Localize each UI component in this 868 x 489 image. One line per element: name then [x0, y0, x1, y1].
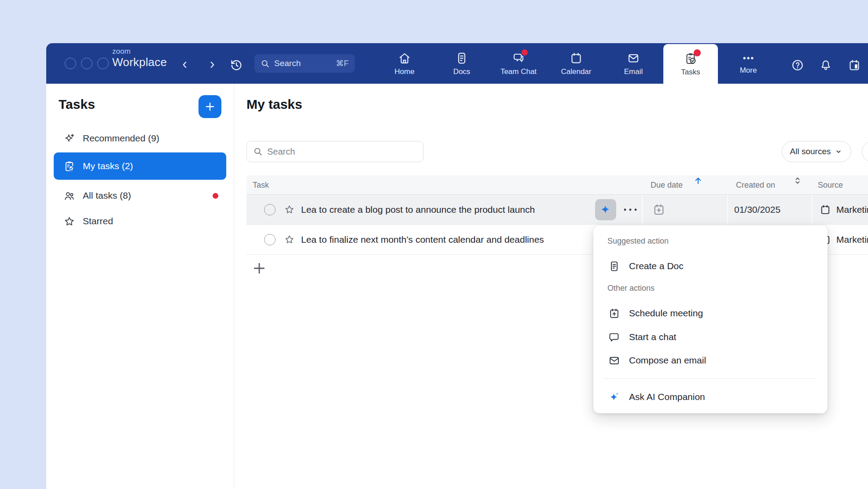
ai-sparkle-icon [608, 391, 620, 403]
doc-icon [608, 260, 620, 272]
calendar-icon [820, 204, 831, 215]
logo-zoom-text: zoom [112, 47, 167, 56]
menu-item-label: Schedule meeting [629, 308, 703, 319]
sparkle-icon [63, 133, 75, 144]
tab-label: Docs [453, 68, 471, 75]
window-controls [65, 58, 109, 69]
calendar-plus-icon [608, 307, 620, 319]
tab-email[interactable]: Email [608, 43, 659, 84]
sidebar-item-label: My tasks (2) [83, 161, 133, 171]
sidebar-item-all-tasks[interactable]: All tasks (8) [54, 185, 226, 206]
team-chat-icon [512, 52, 525, 65]
envelope-icon [608, 355, 620, 367]
tab-label: Team Chat [500, 68, 537, 75]
sort-both-icon[interactable] [792, 175, 803, 186]
zoom-workplace-logo: zoom Workplace [112, 47, 167, 69]
history-icon [230, 59, 243, 72]
page-title: My tasks [246, 97, 302, 112]
chevron-right-icon [207, 60, 217, 70]
search-icon [253, 147, 263, 156]
tasks-sidebar: Tasks Recommended (9) My tas [46, 84, 234, 489]
task-complete-checkbox[interactable] [264, 204, 276, 215]
chat-bubble-icon [608, 331, 620, 343]
sidebar-item-starred[interactable]: Starred [54, 211, 226, 232]
add-task-button[interactable] [199, 95, 221, 118]
menu-item-create-a-doc[interactable]: Create a Doc [593, 254, 828, 278]
tab-home[interactable]: Home [379, 43, 430, 84]
notification-dot [522, 49, 528, 56]
source-value: Marketing [836, 195, 868, 225]
menu-item-compose-an-email[interactable]: Compose an email [593, 348, 828, 373]
source-filter-dropdown[interactable]: All sources [782, 141, 851, 162]
row-more-actions-button[interactable] [621, 204, 640, 215]
source-filter-value: All sources [790, 147, 831, 156]
task-row[interactable]: Lea to create a blog post to announce th… [246, 195, 868, 225]
logo-workplace-text: Workplace [112, 56, 167, 69]
more-label: More [740, 67, 757, 74]
tab-team-chat[interactable]: Team Chat [493, 43, 544, 84]
menu-item-label: Compose an email [629, 355, 706, 366]
more-icon [742, 53, 755, 63]
sidebar-item-recommended[interactable]: Recommended (9) [54, 128, 226, 149]
bell-icon [819, 59, 832, 72]
column-source[interactable]: Source [818, 175, 843, 195]
cell-divider [727, 195, 728, 225]
column-created-on[interactable]: Created on [736, 175, 775, 195]
window-control-maximize[interactable] [97, 58, 109, 69]
cell-divider [812, 195, 813, 225]
calendar-quick-button[interactable] [846, 56, 863, 74]
ai-sparkle-icon [599, 203, 612, 216]
sidebar-item-my-tasks[interactable]: My tasks (2) [54, 152, 226, 180]
search-icon [261, 59, 270, 68]
sidebar-title: Tasks [59, 97, 95, 112]
tab-more[interactable]: More [723, 43, 774, 84]
titlebar: zoom Workplace [46, 43, 868, 84]
partial-filter-button[interactable] [862, 141, 868, 162]
notification-dot [213, 193, 218, 199]
cell-divider [642, 195, 643, 225]
tab-docs[interactable]: Docs [436, 43, 487, 84]
window-control-minimize[interactable] [81, 58, 92, 69]
task-complete-checkbox[interactable] [264, 234, 276, 245]
nav-back-button[interactable] [177, 57, 192, 72]
tab-calendar[interactable]: Calendar [551, 43, 602, 84]
global-search-placeholder: Search [274, 59, 301, 68]
menu-item-label: Ask AI Companion [629, 392, 705, 402]
created-on-value: 01/30/2025 [734, 195, 780, 225]
star-icon[interactable] [284, 204, 295, 215]
task-title[interactable]: Lea to finalize next month’s content cal… [301, 225, 544, 255]
column-task[interactable]: Task [253, 175, 269, 195]
chevron-down-icon [834, 147, 843, 156]
plus-icon [204, 101, 216, 112]
home-icon [398, 52, 411, 65]
add-due-date-icon[interactable] [652, 203, 666, 216]
global-search[interactable]: Search ⌘F [254, 54, 355, 73]
menu-section-label: Other actions [607, 284, 655, 293]
menu-item-ask-ai-companion[interactable]: Ask AI Companion [593, 385, 828, 409]
task-title[interactable]: Lea to create a blog post to announce th… [301, 195, 535, 225]
menu-item-label: Create a Doc [629, 261, 684, 271]
help-button[interactable] [789, 56, 806, 74]
history-button[interactable] [228, 57, 245, 74]
docs-icon [455, 52, 468, 65]
star-icon[interactable] [284, 234, 295, 245]
calendar-icon [570, 52, 583, 65]
menu-item-start-a-chat[interactable]: Start a chat [593, 325, 828, 349]
nav-forward-button[interactable] [205, 57, 220, 72]
menu-item-schedule-meeting[interactable]: Schedule meeting [593, 301, 828, 326]
tab-tasks[interactable]: Tasks [663, 44, 718, 84]
tab-label: Tasks [681, 68, 700, 76]
sidebar-item-label: All tasks (8) [83, 190, 131, 201]
ai-companion-action-button[interactable] [595, 199, 616, 220]
sort-ascending-icon[interactable] [693, 175, 703, 186]
chevron-left-icon [180, 60, 190, 70]
sidebar-item-label: Recommended (9) [83, 133, 159, 144]
help-icon [791, 59, 804, 72]
menu-section-label: Suggested action [607, 237, 669, 246]
add-row-button[interactable] [252, 261, 267, 276]
window-control-close[interactable] [65, 58, 76, 69]
notifications-button[interactable] [817, 56, 835, 74]
search-input[interactable] [267, 147, 418, 157]
screen: zoom Workplace [0, 0, 868, 489]
column-due-date[interactable]: Due date [651, 175, 683, 195]
